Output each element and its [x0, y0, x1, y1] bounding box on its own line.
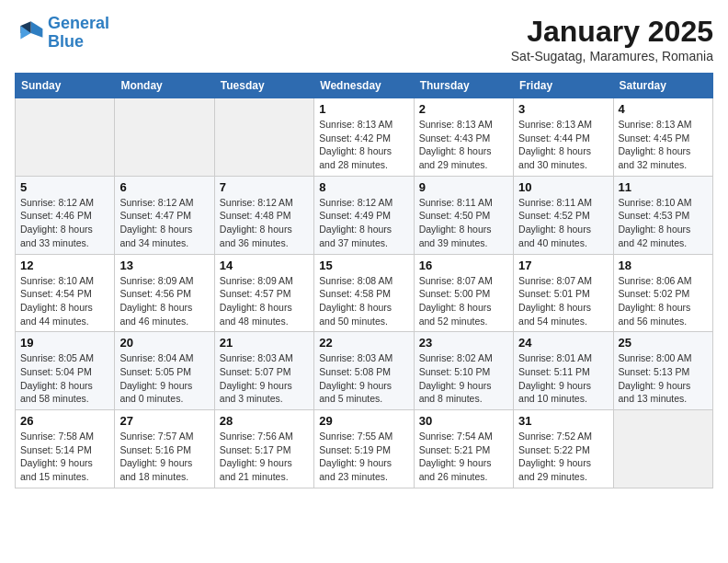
- calendar-cell: 23Sunrise: 8:02 AMSunset: 5:10 PMDayligh…: [414, 332, 513, 410]
- calendar-cell: 21Sunrise: 8:03 AMSunset: 5:07 PMDayligh…: [214, 332, 313, 410]
- day-info: Sunrise: 7:56 AMSunset: 5:17 PMDaylight:…: [220, 430, 309, 484]
- calendar-cell: 8Sunrise: 8:12 AMSunset: 4:49 PMDaylight…: [314, 176, 414, 254]
- calendar-week-4: 19Sunrise: 8:05 AMSunset: 5:04 PMDayligh…: [16, 332, 713, 410]
- calendar-cell: 27Sunrise: 7:57 AMSunset: 5:16 PMDayligh…: [115, 410, 214, 488]
- calendar-cell: 5Sunrise: 8:12 AMSunset: 4:46 PMDaylight…: [16, 176, 115, 254]
- calendar-cell: 30Sunrise: 7:54 AMSunset: 5:21 PMDayligh…: [414, 410, 513, 488]
- day-info: Sunrise: 8:11 AMSunset: 4:52 PMDaylight:…: [518, 196, 608, 250]
- calendar-week-1: 1Sunrise: 8:13 AMSunset: 4:42 PMDaylight…: [16, 98, 713, 177]
- day-number: 25: [619, 336, 708, 350]
- day-number: 19: [20, 336, 109, 350]
- calendar-cell: 26Sunrise: 7:58 AMSunset: 5:14 PMDayligh…: [16, 410, 115, 488]
- weekday-header-wednesday: Wednesday: [314, 74, 414, 98]
- day-info: Sunrise: 8:12 AMSunset: 4:46 PMDaylight:…: [20, 196, 109, 250]
- calendar-cell: 6Sunrise: 8:12 AMSunset: 4:47 PMDaylight…: [115, 176, 214, 254]
- calendar-cell: 20Sunrise: 8:04 AMSunset: 5:05 PMDayligh…: [115, 332, 214, 410]
- calendar-table: SundayMondayTuesdayWednesdayThursdayFrid…: [15, 73, 713, 488]
- calendar-cell: 9Sunrise: 8:11 AMSunset: 4:50 PMDaylight…: [414, 176, 513, 254]
- calendar-cell: 18Sunrise: 8:06 AMSunset: 5:02 PMDayligh…: [613, 254, 712, 332]
- calendar-cell: 31Sunrise: 7:52 AMSunset: 5:22 PMDayligh…: [514, 410, 613, 488]
- calendar-cell: 7Sunrise: 8:12 AMSunset: 4:48 PMDaylight…: [214, 176, 313, 254]
- calendar-cell: [613, 410, 712, 488]
- calendar-cell: [115, 98, 214, 177]
- day-number: 1: [319, 102, 408, 116]
- day-number: 17: [518, 259, 608, 272]
- day-info: Sunrise: 8:13 AMSunset: 4:45 PMDaylight:…: [619, 118, 708, 172]
- calendar-cell: 12Sunrise: 8:10 AMSunset: 4:54 PMDayligh…: [16, 254, 115, 332]
- day-info: Sunrise: 8:02 AMSunset: 5:10 PMDaylight:…: [419, 351, 508, 406]
- day-number: 22: [319, 336, 408, 350]
- day-number: 15: [319, 259, 408, 272]
- calendar-cell: 22Sunrise: 8:03 AMSunset: 5:08 PMDayligh…: [314, 332, 414, 410]
- calendar-week-5: 26Sunrise: 7:58 AMSunset: 5:14 PMDayligh…: [16, 410, 713, 488]
- day-info: Sunrise: 7:52 AMSunset: 5:22 PMDaylight:…: [518, 430, 608, 484]
- calendar-cell: 29Sunrise: 7:55 AMSunset: 5:19 PMDayligh…: [314, 410, 414, 488]
- day-number: 20: [119, 336, 209, 350]
- day-number: 13: [119, 259, 209, 272]
- logo-text: General Blue: [48, 15, 109, 52]
- day-number: 12: [20, 259, 109, 272]
- day-info: Sunrise: 8:09 AMSunset: 4:56 PMDaylight:…: [119, 274, 209, 328]
- day-number: 6: [119, 180, 209, 194]
- calendar-cell: 14Sunrise: 8:09 AMSunset: 4:57 PMDayligh…: [214, 254, 313, 332]
- calendar-cell: 24Sunrise: 8:01 AMSunset: 5:11 PMDayligh…: [514, 332, 613, 410]
- day-number: 10: [518, 180, 608, 194]
- day-info: Sunrise: 8:00 AMSunset: 5:13 PMDaylight:…: [619, 351, 708, 406]
- day-info: Sunrise: 8:12 AMSunset: 4:47 PMDaylight:…: [119, 196, 209, 250]
- weekday-header-monday: Monday: [115, 74, 214, 98]
- day-number: 9: [419, 180, 508, 194]
- location: Sat-Sugatag, Maramures, Romania: [511, 49, 713, 63]
- calendar-cell: 1Sunrise: 8:13 AMSunset: 4:42 PMDaylight…: [314, 98, 414, 177]
- calendar-cell: 11Sunrise: 8:10 AMSunset: 4:53 PMDayligh…: [613, 176, 712, 254]
- day-number: 30: [419, 414, 508, 428]
- logo-icon: [15, 18, 44, 48]
- calendar-cell: 16Sunrise: 8:07 AMSunset: 5:00 PMDayligh…: [414, 254, 513, 332]
- day-info: Sunrise: 8:10 AMSunset: 4:53 PMDaylight:…: [619, 196, 708, 250]
- day-info: Sunrise: 8:06 AMSunset: 5:02 PMDaylight:…: [619, 274, 708, 328]
- weekday-header-friday: Friday: [514, 74, 613, 98]
- calendar-cell: 10Sunrise: 8:11 AMSunset: 4:52 PMDayligh…: [514, 176, 613, 254]
- day-info: Sunrise: 8:11 AMSunset: 4:50 PMDaylight:…: [419, 196, 508, 250]
- calendar-cell: 28Sunrise: 7:56 AMSunset: 5:17 PMDayligh…: [214, 410, 313, 488]
- day-number: 7: [220, 180, 309, 194]
- weekday-header-tuesday: Tuesday: [214, 74, 313, 98]
- weekday-header-thursday: Thursday: [414, 74, 513, 98]
- day-info: Sunrise: 8:10 AMSunset: 4:54 PMDaylight:…: [20, 274, 109, 328]
- day-number: 21: [220, 336, 309, 350]
- day-number: 5: [20, 180, 109, 194]
- calendar-cell: 13Sunrise: 8:09 AMSunset: 4:56 PMDayligh…: [115, 254, 214, 332]
- day-number: 24: [518, 336, 608, 350]
- calendar-cell: 3Sunrise: 8:13 AMSunset: 4:44 PMDaylight…: [514, 98, 613, 177]
- day-info: Sunrise: 7:57 AMSunset: 5:16 PMDaylight:…: [119, 430, 209, 484]
- day-info: Sunrise: 8:13 AMSunset: 4:42 PMDaylight:…: [319, 118, 408, 172]
- day-info: Sunrise: 8:07 AMSunset: 5:00 PMDaylight:…: [419, 274, 508, 328]
- day-number: 14: [220, 259, 309, 272]
- day-number: 26: [20, 414, 109, 428]
- calendar-week-3: 12Sunrise: 8:10 AMSunset: 4:54 PMDayligh…: [16, 254, 713, 332]
- calendar-cell: [214, 98, 313, 177]
- day-number: 29: [319, 414, 408, 428]
- weekday-header-saturday: Saturday: [613, 74, 712, 98]
- day-info: Sunrise: 8:03 AMSunset: 5:07 PMDaylight:…: [220, 351, 309, 406]
- day-number: 8: [319, 180, 408, 194]
- day-info: Sunrise: 8:12 AMSunset: 4:48 PMDaylight:…: [220, 196, 309, 250]
- day-number: 23: [419, 336, 508, 350]
- calendar-week-2: 5Sunrise: 8:12 AMSunset: 4:46 PMDaylight…: [16, 176, 713, 254]
- calendar-cell: 25Sunrise: 8:00 AMSunset: 5:13 PMDayligh…: [613, 332, 712, 410]
- calendar-cell: 2Sunrise: 8:13 AMSunset: 4:43 PMDaylight…: [414, 98, 513, 177]
- day-info: Sunrise: 7:55 AMSunset: 5:19 PMDaylight:…: [319, 430, 408, 484]
- day-info: Sunrise: 8:12 AMSunset: 4:49 PMDaylight:…: [319, 196, 408, 250]
- title-block: January 2025 Sat-Sugatag, Maramures, Rom…: [511, 15, 713, 63]
- day-number: 16: [419, 259, 508, 272]
- day-number: 31: [518, 414, 608, 428]
- day-info: Sunrise: 8:13 AMSunset: 4:44 PMDaylight:…: [518, 118, 608, 172]
- day-info: Sunrise: 7:58 AMSunset: 5:14 PMDaylight:…: [20, 430, 109, 484]
- day-info: Sunrise: 8:05 AMSunset: 5:04 PMDaylight:…: [20, 351, 109, 406]
- svg-marker-0: [31, 21, 43, 38]
- logo: General Blue: [15, 15, 109, 52]
- day-info: Sunrise: 8:09 AMSunset: 4:57 PMDaylight:…: [220, 274, 309, 328]
- day-number: 2: [419, 102, 508, 116]
- calendar-cell: 19Sunrise: 8:05 AMSunset: 5:04 PMDayligh…: [16, 332, 115, 410]
- day-info: Sunrise: 8:13 AMSunset: 4:43 PMDaylight:…: [419, 118, 508, 172]
- calendar-cell: 15Sunrise: 8:08 AMSunset: 4:58 PMDayligh…: [314, 254, 414, 332]
